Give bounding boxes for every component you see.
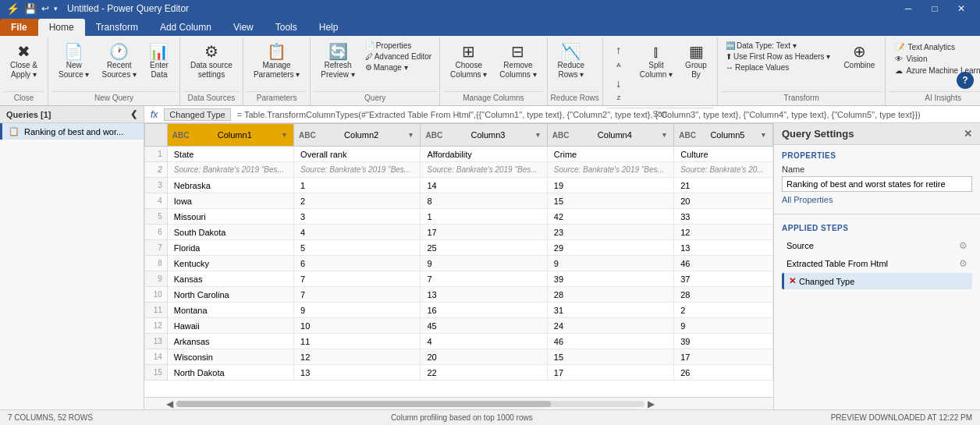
applied-step-1[interactable]: Extracted Table From Html ⚙ (782, 255, 972, 272)
cell-c5-row-13[interactable]: 17 (674, 349, 773, 365)
cell-c1-row-9[interactable]: North Carolina (167, 287, 293, 303)
cell-c1-row-12[interactable]: Arkansas (167, 334, 293, 349)
row-num-cell-row-0[interactable]: 1 (145, 147, 168, 162)
cell-c3-row-10[interactable]: 16 (421, 303, 547, 318)
combine-button[interactable]: ⊕ Combine (838, 41, 880, 73)
cell-c3-row-9[interactable]: 13 (421, 287, 547, 303)
cell-c5-row-4[interactable]: 33 (674, 209, 773, 225)
cell-c2-row-12[interactable]: 11 (294, 334, 421, 349)
row-num-cell-row-5[interactable]: 6 (145, 225, 168, 240)
vision-button[interactable]: 👁 Vision (893, 54, 980, 64)
tab-home[interactable]: Home (38, 19, 85, 36)
cell-c3-row-3[interactable]: 8 (421, 193, 547, 209)
minimize-button[interactable]: ─ (896, 0, 921, 17)
cell-c1-row-4[interactable]: Missouri (167, 209, 293, 225)
cell-c2-row-2[interactable]: 1 (294, 178, 421, 193)
cell-c4-row-13[interactable]: 15 (547, 349, 673, 365)
cell-c1-row-7[interactable]: Kentucky (167, 256, 293, 271)
col1-filter-icon[interactable]: ▾ (280, 130, 289, 140)
cell-c2-row-0[interactable]: Overall rank (294, 147, 421, 162)
cell-c2-row-4[interactable]: 3 (294, 209, 421, 225)
cell-c5-row-7[interactable]: 46 (674, 256, 773, 271)
row-num-cell-row-14[interactable]: 15 (145, 365, 168, 381)
cell-c2-row-8[interactable]: 7 (294, 271, 421, 287)
cell-c4-row-5[interactable]: 23 (547, 225, 673, 240)
properties-button[interactable]: 📄 Properties (362, 41, 435, 51)
window-close-button[interactable]: ✕ (949, 0, 974, 17)
cell-c5-row-14[interactable]: 26 (674, 365, 773, 381)
row-num-cell-row-2[interactable]: 3 (145, 178, 168, 193)
step-x-2[interactable]: ✕ (789, 276, 796, 286)
reduce-rows-button[interactable]: 📉 ReduceRows ▾ (552, 41, 590, 83)
col4-filter-icon[interactable]: ▾ (660, 130, 669, 140)
save-icon[interactable]: 💾 (24, 3, 37, 15)
cell-c4-row-12[interactable]: 46 (547, 334, 673, 349)
cell-c5-row-9[interactable]: 28 (674, 287, 773, 303)
query-item-0[interactable]: 📋 Ranking of best and wor... (0, 123, 144, 140)
cell-c3-row-0[interactable]: Affordability (421, 147, 547, 162)
row-num-cell-row-4[interactable]: 5 (145, 209, 168, 225)
cell-c3-row-6[interactable]: 25 (421, 240, 547, 256)
cell-c5-row-3[interactable]: 20 (674, 193, 773, 209)
step-gear-1[interactable]: ⚙ (959, 258, 968, 269)
cell-c5-row-11[interactable]: 9 (674, 318, 773, 334)
cell-c2-row-7[interactable]: 6 (294, 256, 421, 271)
col3-filter-icon[interactable]: ▾ (534, 130, 542, 140)
help-button[interactable]: ? (957, 72, 974, 89)
cell-c3-row-5[interactable]: 17 (421, 225, 547, 240)
cell-c5-row-8[interactable]: 37 (674, 271, 773, 287)
choose-columns-button[interactable]: ⊞ ChooseColumns ▾ (445, 41, 492, 83)
row-num-cell-row-11[interactable]: 12 (145, 318, 168, 334)
col-header-2[interactable]: ABC Column2 ▾ (294, 124, 421, 147)
close-apply-button[interactable]: ✖ Close &Apply ▾ (5, 41, 43, 83)
cell-c4-row-8[interactable]: 39 (547, 271, 673, 287)
tab-transform[interactable]: Transform (85, 19, 149, 36)
scroll-left-icon[interactable]: ◀ (166, 398, 173, 409)
cell-c2-row-10[interactable]: 9 (294, 303, 421, 318)
row-num-cell-row-10[interactable]: 11 (145, 303, 168, 318)
cell-c2-row-11[interactable]: 10 (294, 318, 421, 334)
cell-c1-row-1[interactable]: Source: Bankrate's 2019 "Bes... (167, 162, 293, 178)
data-source-settings-button[interactable]: ⚙ Data sourcesettings (185, 41, 238, 83)
cell-c3-row-13[interactable]: 20 (421, 349, 547, 365)
cell-c3-row-11[interactable]: 45 (421, 318, 547, 334)
cell-c1-row-14[interactable]: North Dakota (167, 365, 293, 381)
col2-filter-icon[interactable]: ▾ (407, 130, 415, 140)
cell-c1-row-10[interactable]: Montana (167, 303, 293, 318)
tab-add-column[interactable]: Add Column (149, 19, 222, 36)
tab-help[interactable]: Help (308, 19, 350, 36)
refresh-preview-button[interactable]: 🔄 RefreshPreview ▾ (315, 41, 360, 83)
col-header-1[interactable]: ABC Column1 ▾ (167, 124, 293, 147)
cell-c4-row-7[interactable]: 9 (547, 256, 673, 271)
advanced-editor-button[interactable]: 🖊 Advanced Editor (362, 51, 435, 62)
queries-collapse-icon[interactable]: ❮ (130, 109, 137, 119)
row-num-cell-row-1[interactable]: 2 (145, 162, 168, 178)
cell-c5-row-12[interactable]: 39 (674, 334, 773, 349)
cell-c1-row-13[interactable]: Wisconsin (167, 349, 293, 365)
cell-c5-row-6[interactable]: 13 (674, 240, 773, 256)
cell-c4-row-4[interactable]: 42 (547, 209, 673, 225)
cell-c5-row-5[interactable]: 12 (674, 225, 773, 240)
row-num-cell-row-13[interactable]: 14 (145, 349, 168, 365)
row-num-cell-row-6[interactable]: 7 (145, 240, 168, 256)
row-num-cell-row-9[interactable]: 10 (145, 287, 168, 303)
cell-c3-row-1[interactable]: Source: Bankrate's 2019 "Bes... (421, 162, 547, 178)
cell-c2-row-5[interactable]: 4 (294, 225, 421, 240)
row-num-cell-row-3[interactable]: 4 (145, 193, 168, 209)
enter-data-button[interactable]: 📊 EnterData (144, 41, 175, 83)
manage-button[interactable]: ⚙ Manage ▾ (362, 62, 435, 73)
cell-c3-row-2[interactable]: 14 (421, 178, 547, 193)
data-type-button[interactable]: 🔤 Data Type: Text ▾ (723, 41, 833, 51)
cell-c3-row-8[interactable]: 7 (421, 271, 547, 287)
cell-c2-row-9[interactable]: 7 (294, 287, 421, 303)
row-num-cell-row-7[interactable]: 8 (145, 256, 168, 271)
cell-c5-row-0[interactable]: Culture (674, 147, 773, 162)
tab-file[interactable]: File (0, 19, 38, 36)
col5-filter-icon[interactable]: ▾ (759, 130, 768, 140)
step-gear-0[interactable]: ⚙ (959, 240, 968, 251)
recent-sources-button[interactable]: 🕐 RecentSources ▾ (96, 41, 141, 83)
query-settings-close-icon[interactable]: ✕ (964, 128, 972, 140)
scroll-right-icon[interactable]: ▶ (648, 398, 655, 409)
cell-c4-row-0[interactable]: Crime (547, 147, 673, 162)
title-dropdown-icon[interactable]: ▾ (54, 5, 58, 12)
